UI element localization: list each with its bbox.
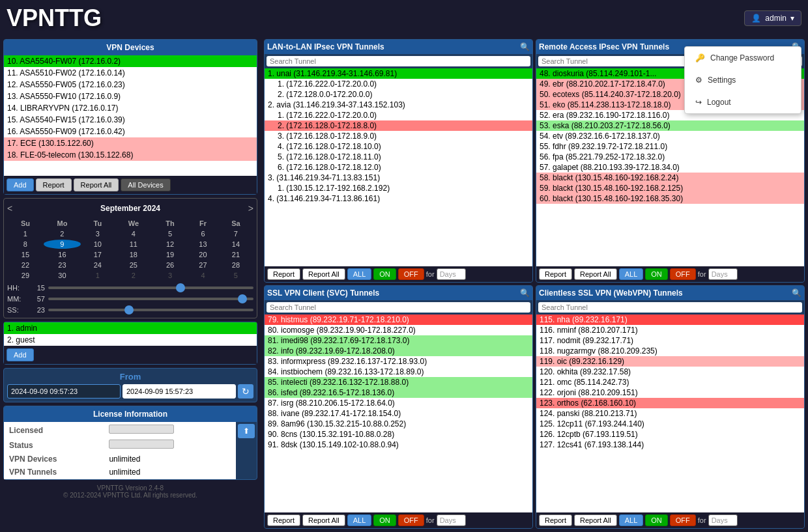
cal-day[interactable]: 28: [220, 260, 252, 270]
tunnel-item[interactable]: 90. 8cns (130.15.32.191-10.88.0.28): [265, 429, 532, 440]
mm-slider[interactable]: [48, 298, 253, 300]
lan-report-button[interactable]: Report: [267, 268, 300, 280]
cal-day[interactable]: 6: [188, 229, 218, 238]
cal-day[interactable]: 19: [154, 250, 186, 259]
device-item[interactable]: 16. ASA5550-FW09 (172.16.0.42): [4, 126, 257, 137]
tunnel-item[interactable]: 118. nugzarmgv (88.210.209.235): [536, 346, 804, 356]
tunnel-item[interactable]: 4. (31.146.219.34-71.13.86.161): [265, 193, 532, 204]
tunnel-item[interactable]: 119. oic (89.232.16.129): [536, 356, 804, 367]
remote-report-all-button[interactable]: Report All: [574, 268, 617, 280]
datetime-to-input[interactable]: [123, 384, 236, 399]
search-icon[interactable]: 🔍: [520, 288, 530, 298]
settings-item[interactable]: ⚙ Settings: [685, 69, 801, 91]
cal-day[interactable]: 11: [115, 240, 152, 249]
tunnel-item[interactable]: 2. (172.16.128.0-172.18.8.0): [265, 120, 532, 131]
hh-slider[interactable]: [48, 287, 253, 289]
tunnel-item[interactable]: 54. etv (89.232.16.6-172.18.137.0): [536, 131, 804, 141]
cal-day-other[interactable]: 1: [82, 271, 113, 280]
cal-day[interactable]: 10: [82, 240, 113, 249]
search-icon[interactable]: 🔍: [520, 42, 530, 51]
cal-day[interactable]: 16: [44, 250, 81, 259]
logout-item[interactable]: ↪ Logout: [685, 91, 801, 113]
all-devices-button[interactable]: All Devices: [121, 178, 170, 191]
cal-day[interactable]: 8: [8, 240, 42, 249]
tunnel-item[interactable]: 58. blackt (130.15.48.160-192.168.2.24): [536, 173, 804, 183]
lan-all-button[interactable]: ALL: [347, 268, 372, 280]
clientless-all-button[interactable]: ALL: [619, 514, 644, 526]
tunnel-item[interactable]: 82. info (89.232.19.69-172.18.208.0): [265, 346, 532, 356]
tunnel-item[interactable]: 57. galapet (88.210.193.39-172.18.34.0): [536, 162, 804, 173]
tunnel-item[interactable]: 4. (172.16.128.0-172.18.10.0): [265, 141, 532, 152]
cal-day[interactable]: 14: [220, 240, 252, 249]
tunnel-item[interactable]: 80. icomosge (89.232.19.90-172.18.227.0): [265, 325, 532, 335]
user-menu[interactable]: 👤 admin ▾: [744, 10, 801, 26]
tunnel-item[interactable]: 1. (172.16.222.0-172.20.0.0): [265, 110, 532, 120]
tunnel-item[interactable]: 3. (31.146.219.34-71.13.83.151): [265, 173, 532, 183]
ssl-vpn-search-input[interactable]: [270, 303, 527, 311]
ssl-on-button[interactable]: ON: [373, 514, 396, 526]
cal-day[interactable]: 26: [154, 260, 186, 270]
tunnel-item[interactable]: 55. fdhr (89.232.19.72-172.18.211.0): [536, 141, 804, 152]
tunnel-item[interactable]: 85. intelecti (89.232.16.132-172.18.88.0…: [265, 377, 532, 387]
change-password-item[interactable]: 🔑 Change Password: [685, 47, 801, 69]
device-item[interactable]: 12. ASA5550-FW05 (172.16.0.23): [4, 79, 257, 91]
tunnel-item[interactable]: 81. imedi98 (89.232.17.69-172.18.173.0): [265, 335, 532, 346]
cal-day[interactable]: 23: [44, 260, 81, 270]
report-all-devices-button[interactable]: Report All: [74, 178, 119, 191]
report-device-button[interactable]: Report: [36, 178, 72, 191]
tunnel-item[interactable]: 83. informxpress (89.232.16.137-172.18.9…: [265, 356, 532, 367]
device-item[interactable]: 18. FLE-05-telecom (130.15.122.68): [4, 149, 257, 161]
tunnel-item[interactable]: 6. (172.16.128.0-172.18.12.0): [265, 162, 532, 173]
cal-day[interactable]: 24: [82, 260, 113, 270]
tunnel-item[interactable]: 1. (130.15.12.17-192.168.2.192): [265, 183, 532, 193]
cal-day-other[interactable]: 4: [188, 271, 218, 280]
ssl-days-input[interactable]: [437, 514, 466, 526]
tunnel-item[interactable]: 91. 8dsk (130.15.149.102-10.88.0.94): [265, 440, 532, 450]
tunnel-item[interactable]: 120. okhita (89.232.17.58): [536, 367, 804, 377]
cal-day[interactable]: 21: [220, 250, 252, 259]
ssl-all-button[interactable]: ALL: [347, 514, 372, 526]
cal-day[interactable]: 29: [8, 271, 42, 280]
cal-day-other[interactable]: 3: [154, 271, 186, 280]
lan-to-lan-search-input[interactable]: [270, 57, 527, 65]
cal-day[interactable]: 18: [115, 250, 152, 259]
cal-day[interactable]: 30: [44, 271, 81, 280]
device-item[interactable]: 11. ASA5510-FW02 (172.16.0.14): [4, 67, 257, 79]
cal-today[interactable]: 9: [44, 240, 81, 249]
cal-day[interactable]: 27: [188, 260, 218, 270]
ssl-report-button[interactable]: Report: [267, 514, 300, 526]
upload-license-button[interactable]: ⬆: [238, 424, 255, 438]
tunnel-item[interactable]: 56. fpa (85.221.79.252-172.18.32.0): [536, 152, 804, 162]
cal-day[interactable]: 25: [115, 260, 152, 270]
tunnel-item[interactable]: 122. orjoni (88.210.209.151): [536, 387, 804, 398]
tunnel-item[interactable]: 1. unai (31.146.219.34-31.146.69.81): [265, 68, 532, 79]
datetime-from-input[interactable]: [7, 384, 121, 399]
tunnel-item[interactable]: 127. 12cs41 (67.193.138.144): [536, 440, 804, 450]
add-device-button[interactable]: Add: [7, 178, 34, 191]
user-item[interactable]: 2. guest: [4, 334, 257, 346]
clientless-report-all-button[interactable]: Report All: [574, 514, 617, 526]
remote-on-button[interactable]: ON: [645, 268, 668, 280]
cal-day[interactable]: 4: [115, 229, 152, 238]
clientless-days-input[interactable]: [708, 514, 738, 526]
cal-day[interactable]: 13: [188, 240, 218, 249]
tunnel-item[interactable]: 86. isfed (89.232.16.5-172.18.136.0): [265, 387, 532, 398]
tunnel-item[interactable]: 87. isrg (88.210.206.15-172.18.64.0): [265, 398, 532, 408]
tunnel-item[interactable]: 89. 8am96 (130.15.32.215-10.88.0.252): [265, 419, 532, 429]
device-item[interactable]: 10. ASA5540-FW07 (172.16.0.2): [4, 55, 257, 67]
tunnel-item[interactable]: 115. nha (89.232.16.171): [536, 315, 804, 325]
lan-days-input[interactable]: [437, 268, 466, 280]
tunnel-item[interactable]: 124. panski (88.210.213.71): [536, 408, 804, 419]
cal-day[interactable]: 15: [8, 250, 42, 259]
device-item[interactable]: 14. LIBRARYVPN (172.16.0.17): [4, 102, 257, 114]
ssl-report-all-button[interactable]: Report All: [302, 514, 345, 526]
tunnel-item[interactable]: 1. (172.16.222.0-172.20.0.0): [265, 79, 532, 89]
tunnel-item[interactable]: 3. (172.16.128.0-172.18.9.0): [265, 131, 532, 141]
cal-prev-button[interactable]: <: [7, 203, 12, 214]
tunnel-item[interactable]: 5. (172.16.128.0-172.18.11.0): [265, 152, 532, 162]
device-item[interactable]: 17. ECE (130.15.122.60): [4, 137, 257, 149]
cal-day[interactable]: 22: [8, 260, 42, 270]
tunnel-item[interactable]: 84. instbiochem (89.232.16.133-172.18.89…: [265, 367, 532, 377]
lan-report-all-button[interactable]: Report All: [302, 268, 345, 280]
cal-day-other[interactable]: 2: [115, 271, 152, 280]
